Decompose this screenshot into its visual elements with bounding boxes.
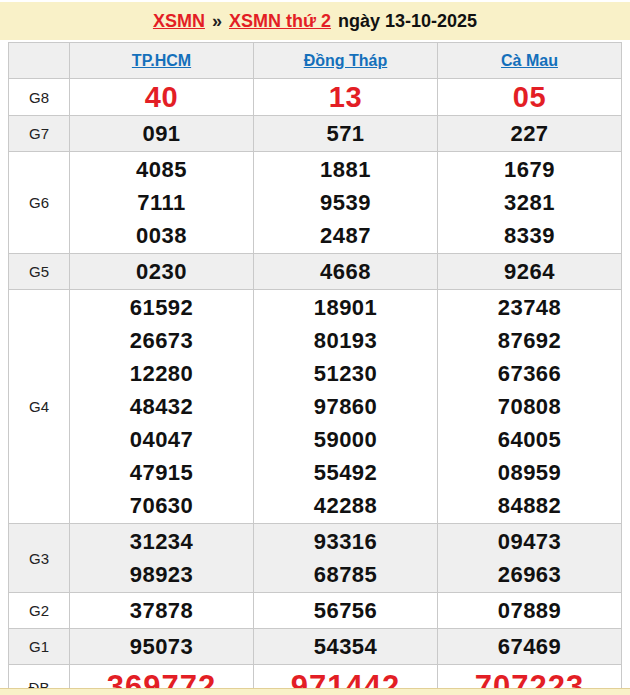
- prize-cell: 188195392487: [254, 152, 438, 253]
- prize-number: 93316: [254, 525, 437, 558]
- prize-number: 87692: [438, 324, 621, 357]
- prize-number: 48432: [70, 390, 253, 423]
- page-title: XSMN » XSMN thứ 2 ngày 13-10-2025: [0, 2, 630, 40]
- prize-number: 07889: [438, 594, 621, 627]
- prize-number: 51230: [254, 357, 437, 390]
- prize-cell: 167932818339: [438, 152, 621, 253]
- bottom-band: [0, 688, 630, 695]
- prize-number: 67469: [438, 630, 621, 663]
- table-header-row: TP.HCMĐồng ThápCà Mau: [9, 43, 621, 78]
- xsmn-day-link[interactable]: XSMN thứ 2: [229, 11, 331, 32]
- prize-number: 55492: [254, 456, 437, 489]
- prize-number: 95073: [70, 630, 253, 663]
- prize-row-G8: G8401305: [9, 78, 621, 115]
- prize-number: 84882: [438, 489, 621, 522]
- prize-label: G6: [9, 152, 70, 253]
- prize-row-G6: G6408571110038188195392487167932818339: [9, 151, 621, 253]
- prize-cell: 408571110038: [70, 152, 254, 253]
- prize-number: 08959: [438, 456, 621, 489]
- prize-number: 05: [438, 80, 621, 114]
- prize-number: 3281: [438, 186, 621, 219]
- prize-number: 61592: [70, 291, 253, 324]
- prize-number: 4085: [70, 153, 253, 186]
- prize-number: 59000: [254, 423, 437, 456]
- prize-cell: 37878: [70, 593, 254, 628]
- prize-number: 9264: [438, 255, 621, 288]
- prize-number: 26673: [70, 324, 253, 357]
- header-corner-cell: [9, 43, 70, 78]
- prize-number: 4668: [254, 255, 437, 288]
- prize-row-G1: G1950735435467469: [9, 628, 621, 664]
- prize-number: 70808: [438, 390, 621, 423]
- prize-cell: 227: [438, 116, 621, 151]
- prize-label: G3: [9, 524, 70, 592]
- prize-cell: 56756: [254, 593, 438, 628]
- prize-cell: 9331668785: [254, 524, 438, 592]
- prize-number: 0230: [70, 255, 253, 288]
- prize-cell: 67469: [438, 629, 621, 664]
- prize-number: 09473: [438, 525, 621, 558]
- prize-label: G8: [9, 79, 70, 115]
- prize-label: G1: [9, 629, 70, 664]
- prize-number: 42288: [254, 489, 437, 522]
- prize-cell: 091: [70, 116, 254, 151]
- prize-cell: 05: [438, 79, 621, 115]
- prize-cell: 571: [254, 116, 438, 151]
- prize-number: 47915: [70, 456, 253, 489]
- prize-cell: 9264: [438, 254, 621, 289]
- prize-number: 227: [438, 117, 621, 150]
- prize-cell: 61592266731228048432040474791570630: [70, 290, 254, 523]
- prize-number: 1679: [438, 153, 621, 186]
- prize-number: 97860: [254, 390, 437, 423]
- prize-label: G4: [9, 290, 70, 523]
- prize-cell: 0947326963: [438, 524, 621, 592]
- province-header-cell: Đồng Tháp: [254, 43, 438, 78]
- prize-number: 18901: [254, 291, 437, 324]
- prize-cell: 40: [70, 79, 254, 115]
- prize-number: 7111: [70, 186, 253, 219]
- prize-number: 68785: [254, 558, 437, 591]
- prize-row-G7: G7091571227: [9, 115, 621, 151]
- prize-number: 40: [70, 80, 253, 114]
- prize-number: 091: [70, 117, 253, 150]
- prize-row-G3: G3312349892393316687850947326963: [9, 523, 621, 592]
- prize-cell: 13: [254, 79, 438, 115]
- prize-row-G4: G461592266731228048432040474791570630189…: [9, 289, 621, 523]
- prize-number: 54354: [254, 630, 437, 663]
- province-link-1[interactable]: TP.HCM: [132, 52, 191, 70]
- title-separator: »: [212, 11, 222, 32]
- prize-cell: 0230: [70, 254, 254, 289]
- prize-number: 23748: [438, 291, 621, 324]
- prize-number: 67366: [438, 357, 621, 390]
- prize-number: 12280: [70, 357, 253, 390]
- prize-label: G7: [9, 116, 70, 151]
- prize-number: 31234: [70, 525, 253, 558]
- province-link-3[interactable]: Cà Mau: [501, 52, 558, 70]
- prize-cell: 4668: [254, 254, 438, 289]
- prize-number: 1881: [254, 153, 437, 186]
- prize-label: G5: [9, 254, 70, 289]
- prize-cell: 18901801935123097860590005549242288: [254, 290, 438, 523]
- prize-number: 04047: [70, 423, 253, 456]
- prize-number: 8339: [438, 219, 621, 252]
- prize-number: 13: [254, 80, 437, 114]
- prize-label: G2: [9, 593, 70, 628]
- province-header-cell: TP.HCM: [70, 43, 254, 78]
- prize-number: 56756: [254, 594, 437, 627]
- results-table: TP.HCMĐồng ThápCà Mau G8401305G709157122…: [8, 42, 622, 695]
- prize-number: 0038: [70, 219, 253, 252]
- prize-number: 64005: [438, 423, 621, 456]
- prize-number: 571: [254, 117, 437, 150]
- prize-number: 2487: [254, 219, 437, 252]
- prize-row-G5: G5023046689264: [9, 253, 621, 289]
- xsmn-brand-link[interactable]: XSMN: [153, 11, 205, 32]
- province-link-2[interactable]: Đồng Tháp: [304, 52, 388, 70]
- prize-cell: 3123498923: [70, 524, 254, 592]
- prize-number: 37878: [70, 594, 253, 627]
- prize-number: 9539: [254, 186, 437, 219]
- prize-cell: 54354: [254, 629, 438, 664]
- prize-cell: 07889: [438, 593, 621, 628]
- province-header-cell: Cà Mau: [438, 43, 621, 78]
- prize-cell: 23748876926736670808640050895984882: [438, 290, 621, 523]
- prize-row-G2: G2378785675607889: [9, 592, 621, 628]
